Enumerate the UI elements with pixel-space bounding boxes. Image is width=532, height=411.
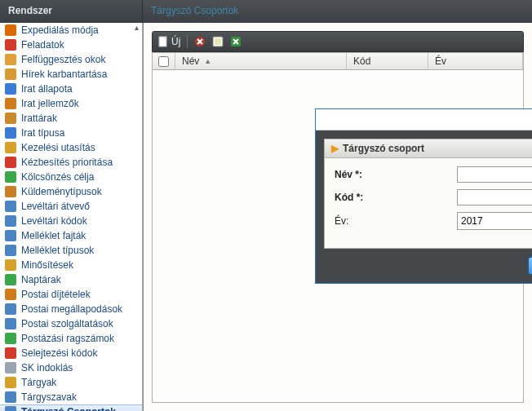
kod-input[interactable] [457, 189, 532, 206]
sidebar-item-12[interactable]: Levéltári átvevő [0, 199, 142, 214]
sidebar-item-icon [5, 289, 16, 300]
ok-button[interactable]: Rendben [528, 257, 532, 275]
column-name[interactable]: Név▲ [175, 53, 347, 69]
sidebar-item-25[interactable]: Tárgyszavak [0, 390, 142, 404]
sidebar-item-label: Naptárak [21, 274, 61, 285]
sidebar-item-icon [5, 274, 16, 285]
sidebar-item-icon [5, 24, 16, 36]
sidebar-item-11[interactable]: Küldeménytípusok [0, 184, 142, 199]
column-ev[interactable]: Év [428, 53, 523, 69]
sidebar-item-icon [5, 98, 16, 109]
export-doc-icon[interactable] [212, 36, 224, 47]
sidebar-item-6[interactable]: Irattárak [0, 111, 142, 126]
sidebar-item-9[interactable]: Kézbesítés prioritása [0, 155, 142, 170]
panel-header: ▶ Tárgyszó csoport [324, 139, 532, 158]
select-all-checkbox[interactable] [158, 56, 169, 67]
sidebar-item-label: Küldeménytípusok [21, 186, 102, 197]
sidebar-item-5[interactable]: Irat jellemzők [0, 96, 142, 111]
column-kod[interactable]: Kód [347, 53, 428, 69]
sidebar-item-label: Kölcsönzés célja [21, 171, 94, 183]
sidebar-item-26[interactable]: Tárgyszó Csoportok [0, 404, 142, 411]
sidebar-item-0[interactable]: Expediálás módja [0, 23, 142, 38]
sidebar-item-label: SK indoklás [21, 362, 73, 373]
sidebar-item-icon [5, 54, 16, 65]
export-xls-icon[interactable] [230, 36, 242, 47]
sidebar-item-icon [5, 391, 16, 403]
header-page-title: Tárgyszó Csoportok [143, 0, 532, 23]
nev-input[interactable] [457, 166, 532, 183]
sidebar-item-icon [5, 362, 16, 373]
delete-icon[interactable] [194, 36, 206, 47]
sidebar-item-icon [5, 201, 16, 212]
sidebar-item-label: Tárgyak [21, 377, 56, 388]
app-header: Rendszer Tárgyszó Csoportok [0, 0, 532, 23]
sidebar-item-icon [5, 186, 16, 197]
sidebar-item-label: Postai szolgáltatások [21, 318, 113, 329]
grid-header: Név▲ Kód Év [152, 52, 524, 70]
scroll-up-icon[interactable]: ▴ [131, 23, 142, 34]
sidebar-item-20[interactable]: Postai szolgáltatások [0, 316, 142, 331]
sidebar-item-label: Irattárak [21, 113, 57, 124]
file-icon [157, 36, 169, 47]
sidebar-item-label: Feladatok [21, 39, 64, 51]
sort-asc-icon: ▲ [204, 57, 211, 65]
sidebar-item-icon [5, 127, 16, 139]
sidebar-item-24[interactable]: Tárgyak [0, 375, 142, 390]
sidebar-item-label: Felfüggesztés okok [21, 54, 105, 65]
sidebar-item-label: Kezelési utasítás [21, 142, 95, 153]
sidebar-item-icon [5, 303, 16, 315]
sidebar-item-label: Selejtezési kódok [21, 347, 97, 359]
sidebar-item-14[interactable]: Melléklet fajták [0, 228, 142, 243]
sidebar-item-8[interactable]: Kezelési utasítás [0, 140, 142, 155]
main-area: Új Név▲ Kód Év — ☐ ✕ ▶ Tárgyszó csoport [143, 23, 532, 411]
sidebar-item-label: Levéltári átvevő [21, 201, 90, 212]
sidebar-item-7[interactable]: Irat típusa [0, 126, 142, 140]
checkbox-all[interactable] [153, 53, 175, 69]
dialog-titlebar[interactable]: — ☐ ✕ [316, 109, 532, 130]
sidebar-item-icon [5, 157, 16, 168]
sidebar-item-2[interactable]: Felfüggesztés okok [0, 52, 142, 67]
sidebar-item-label: Tárgyszavak [21, 391, 77, 403]
sidebar-item-label: Expediálás módja [21, 24, 99, 36]
sidebar-item-label: Tárgyszó Csoportok [21, 406, 116, 411]
sidebar-item-icon [5, 230, 16, 241]
sidebar-item-icon [5, 245, 16, 256]
sidebar-item-label: Irat állapota [21, 83, 73, 95]
sidebar-item-label: Minősítések [21, 259, 73, 271]
sidebar-item-icon [5, 259, 16, 271]
sidebar-item-17[interactable]: Naptárak [0, 272, 142, 287]
sidebar-item-label: Irat jellemzők [21, 98, 79, 109]
sidebar-item-label: Melléklet fajták [21, 230, 86, 241]
sidebar-item-21[interactable]: Postázási ragszámok [0, 331, 142, 346]
sidebar-item-icon [5, 377, 16, 388]
sidebar-item-10[interactable]: Kölcsönzés célja [0, 170, 142, 184]
sidebar-item-label: Irat típusa [21, 127, 64, 139]
sidebar-item-16[interactable]: Minősítések [0, 258, 142, 272]
ev-select[interactable]: 2017 [457, 212, 532, 230]
sidebar-item-23[interactable]: SK indoklás [0, 360, 142, 375]
toolbar: Új [152, 31, 524, 52]
dialog-title: Tárgyszó csoport [343, 143, 424, 154]
panel-body: Név *: Kód *: Év: 2017 [324, 158, 532, 249]
sidebar-item-13[interactable]: Levéltári kódok [0, 214, 142, 228]
sidebar-item-18[interactable]: Postai díjtételek [0, 287, 142, 302]
sidebar-item-label: Postázási ragszámok [21, 333, 114, 344]
sidebar-item-1[interactable]: Feladatok [0, 38, 142, 52]
sidebar-item-label: Postai díjtételek [21, 289, 91, 300]
ev-label: Év: [335, 215, 457, 227]
sidebar[interactable]: ▴ Expediálás módjaFeladatokFelfüggesztés… [0, 23, 143, 411]
new-button[interactable]: Új [157, 36, 180, 47]
sidebar-item-22[interactable]: Selejtezési kódok [0, 346, 142, 360]
sidebar-item-icon [5, 83, 16, 95]
nev-label: Név *: [335, 169, 457, 180]
sidebar-item-icon [5, 318, 16, 329]
sidebar-item-4[interactable]: Irat állapota [0, 82, 142, 96]
sidebar-item-icon [5, 215, 16, 227]
sidebar-item-icon [5, 39, 16, 51]
sidebar-item-label: Kézbesítés prioritása [21, 157, 113, 168]
kod-label: Kód *: [335, 192, 457, 203]
sidebar-item-15[interactable]: Melléklet típusok [0, 243, 142, 258]
sidebar-item-icon [5, 171, 16, 183]
sidebar-item-19[interactable]: Postai megállapodások [0, 302, 142, 316]
sidebar-item-3[interactable]: Hírek karbantartása [0, 67, 142, 82]
